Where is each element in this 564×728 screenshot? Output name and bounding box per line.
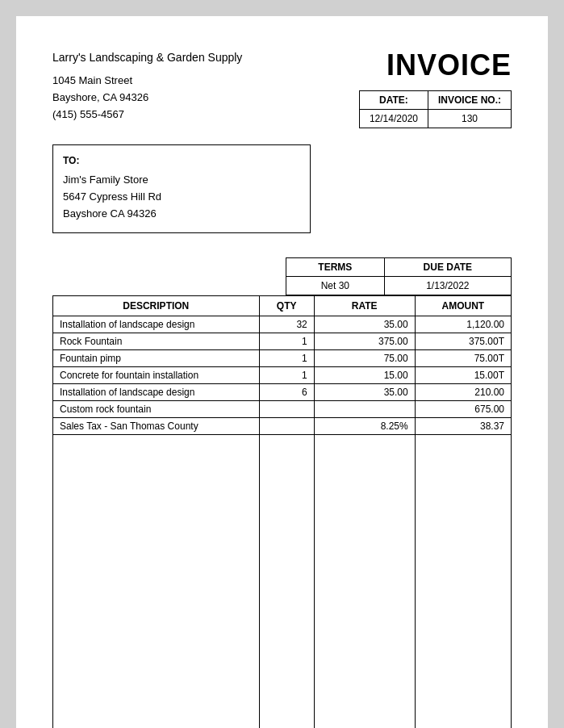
item-desc-5: Custom rock fountain	[53, 401, 260, 418]
to-section: TO: Jim's Family Store 5647 Cypress Hill…	[52, 144, 512, 233]
item-qty-0: 32	[259, 316, 314, 333]
invoice-no-value: 130	[428, 110, 511, 128]
item-desc-4: Installation of landscape design	[53, 384, 260, 401]
item-rate-2: 75.00	[314, 350, 415, 367]
terms-section: TERMS DUE DATE Net 30 1/13/2022	[52, 257, 512, 295]
date-value: 12/14/2020	[359, 110, 428, 128]
invoice-title: INVOICE	[359, 48, 512, 82]
date-label: DATE:	[359, 91, 428, 110]
due-date-value: 1/13/2022	[384, 277, 511, 295]
invoice-page: Larry's Landscaping & Garden Supply 1045…	[16, 16, 548, 728]
company-phone: (415) 555-4567	[52, 107, 242, 123]
item-amount-0: 1,120.00	[415, 316, 511, 333]
item-desc-2: Fountain pimp	[53, 350, 260, 367]
item-rate-5	[314, 401, 415, 418]
company-info: Larry's Landscaping & Garden Supply 1045…	[52, 48, 242, 123]
col-rate-header: RATE	[314, 296, 415, 316]
item-qty-5	[259, 401, 314, 418]
company-address2: Bayshore, CA 94326	[52, 90, 242, 107]
item-amount-3: 15.00T	[415, 367, 511, 384]
header-section: Larry's Landscaping & Garden Supply 1045…	[52, 48, 512, 128]
company-address1: 1045 Main Street	[52, 73, 242, 90]
terms-value: Net 30	[286, 277, 385, 295]
item-amount-5: 675.00	[415, 401, 511, 418]
to-box: TO: Jim's Family Store 5647 Cypress Hill…	[52, 144, 311, 233]
col-description-header: DESCRIPTION	[53, 296, 260, 316]
due-date-label: DUE DATE	[384, 258, 511, 277]
item-qty-6	[259, 418, 314, 435]
invoice-right: INVOICE DATE: INVOICE NO.: 12/14/2020 13…	[359, 48, 512, 128]
item-amount-2: 75.00T	[415, 350, 511, 367]
col-qty-header: QTY	[259, 296, 314, 316]
item-amount-1: 375.00T	[415, 333, 511, 350]
item-rate-4: 35.00	[314, 384, 415, 401]
item-rate-6: 8.25%	[314, 418, 415, 435]
invoice-no-label: INVOICE NO.:	[428, 91, 511, 110]
table-row: Sales Tax - San Thomas County 8.25% 38.3…	[53, 418, 512, 435]
recipient-name: Jim's Family Store	[63, 172, 300, 189]
table-row: Installation of landscape design 32 35.0…	[53, 316, 512, 333]
recipient-address2: Bayshore CA 94326	[63, 206, 300, 223]
invoice-meta-table: DATE: INVOICE NO.: 12/14/2020 130	[359, 90, 512, 128]
item-rate-0: 35.00	[314, 316, 415, 333]
item-amount-6: 38.37	[415, 418, 511, 435]
company-name: Larry's Landscaping & Garden Supply	[52, 48, 242, 66]
table-row: Fountain pimp 1 75.00 75.00T	[53, 350, 512, 367]
empty-row	[53, 435, 512, 729]
terms-label: TERMS	[286, 258, 385, 277]
item-desc-0: Installation of landscape design	[53, 316, 260, 333]
item-desc-6: Sales Tax - San Thomas County	[53, 418, 260, 435]
table-header-row: DESCRIPTION QTY RATE AMOUNT	[53, 296, 512, 316]
item-rate-1: 375.00	[314, 333, 415, 350]
table-row: Concrete for fountain installation 1 15.…	[53, 367, 512, 384]
item-qty-2: 1	[259, 350, 314, 367]
terms-table: TERMS DUE DATE Net 30 1/13/2022	[286, 257, 512, 295]
item-desc-3: Concrete for fountain installation	[53, 367, 260, 384]
invoice-table: DESCRIPTION QTY RATE AMOUNT Installation…	[52, 295, 512, 728]
item-rate-3: 15.00	[314, 367, 415, 384]
to-label: TO:	[63, 153, 300, 169]
item-amount-4: 210.00	[415, 384, 511, 401]
table-row: Custom rock fountain 675.00	[53, 401, 512, 418]
recipient-address1: 5647 Cypress Hill Rd	[63, 189, 300, 206]
col-amount-header: AMOUNT	[415, 296, 511, 316]
item-qty-1: 1	[259, 333, 314, 350]
table-row: Rock Fountain 1 375.00 375.00T	[53, 333, 512, 350]
item-qty-3: 1	[259, 367, 314, 384]
item-desc-1: Rock Fountain	[53, 333, 260, 350]
item-qty-4: 6	[259, 384, 314, 401]
table-row: Installation of landscape design 6 35.00…	[53, 384, 512, 401]
